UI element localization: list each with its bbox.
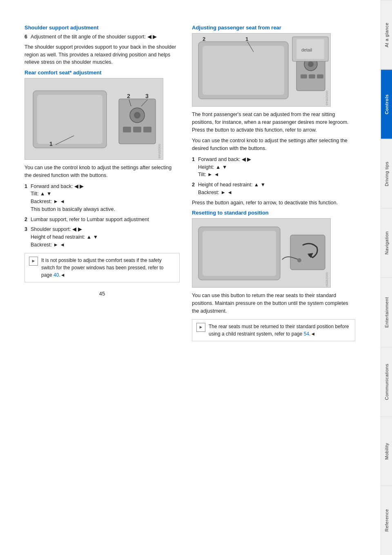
tab-navigation[interactable]: Navigation bbox=[381, 208, 392, 278]
right-note-text: The rear seats must be returned to their… bbox=[209, 323, 351, 338]
svg-point-5 bbox=[134, 112, 140, 119]
right-step-1-content: Forward and back: ◀ ▶ Height: ▲ ▼ Tilt: … bbox=[198, 156, 355, 179]
tab-mobility[interactable]: Mobility bbox=[381, 416, 392, 486]
reset-image: 00029550 bbox=[192, 218, 331, 288]
passenger-title: Adjusting passenger seat from rear bbox=[192, 25, 355, 31]
right-note-box: ► The rear seats must be returned to the… bbox=[192, 319, 355, 341]
reset-title: Resetting to standard position bbox=[192, 210, 355, 216]
shoulder-support-title: Shoulder support adjustment bbox=[24, 25, 180, 31]
left-step-2-num: 2 bbox=[24, 216, 27, 224]
tab-entertainment[interactable]: Entertainment bbox=[381, 278, 392, 347]
page-number: 45 bbox=[24, 291, 180, 297]
note-link[interactable]: 40 bbox=[53, 272, 59, 278]
left-step-1: 1 Forward and back: ◀ ▶ Tilt: ▲ ▼ Backre… bbox=[24, 183, 180, 213]
svg-rect-32 bbox=[203, 231, 276, 276]
sidebar-tabs: At a glance Controls Driving tips Naviga… bbox=[381, 0, 392, 555]
left-step-1-content: Forward and back: ◀ ▶ Tilt: ▲ ▼ Backrest… bbox=[31, 183, 180, 213]
svg-rect-17 bbox=[203, 46, 284, 95]
passenger-seat-svg: detail 2 1 bbox=[192, 34, 330, 106]
step-6-number: 6 bbox=[24, 33, 27, 41]
rear-seat-image: 1 2 3 00029548 bbox=[24, 78, 163, 160]
svg-rect-22 bbox=[309, 74, 315, 78]
svg-point-35 bbox=[297, 258, 301, 262]
right-column: Adjusting passenger seat from rear detai… bbox=[192, 25, 355, 539]
svg-text:2: 2 bbox=[203, 36, 205, 42]
rear-comfort-title: Rear comfort seat* adjustment bbox=[24, 69, 180, 76]
right-step-2: 2 Height of head restraint: ▲ ▼ Backrest… bbox=[192, 181, 355, 197]
note-text: It is not possible to adjust the comfort… bbox=[41, 257, 175, 279]
left-column: Shoulder support adjustment 6 Adjustment… bbox=[24, 25, 180, 539]
passenger-image-watermark: 00029549 bbox=[325, 91, 329, 105]
svg-text:2: 2 bbox=[127, 93, 130, 99]
reset-desc: You can use this button to return the re… bbox=[192, 292, 355, 315]
svg-point-20 bbox=[308, 61, 314, 67]
svg-text:3: 3 bbox=[145, 93, 149, 99]
left-note-box: ► It is not possible to adjust the comfo… bbox=[24, 253, 180, 282]
svg-rect-8 bbox=[143, 127, 151, 132]
reset-image-watermark: 00029550 bbox=[325, 272, 329, 287]
left-step-3-num: 3 bbox=[24, 226, 27, 248]
rear-desc: You can use the control knob to adjust t… bbox=[24, 164, 180, 179]
tab-driving-tips[interactable]: Driving tips bbox=[381, 139, 392, 208]
svg-rect-7 bbox=[133, 127, 141, 132]
right-step-2-content: Height of head restraint: ▲ ▼ Backrest: … bbox=[198, 181, 355, 197]
shoulder-desc: The shoulder support provides support to… bbox=[24, 43, 180, 66]
right-step-1-num: 1 bbox=[192, 156, 195, 179]
svg-rect-33 bbox=[290, 235, 325, 270]
right-note-icon: ► bbox=[196, 323, 205, 332]
svg-rect-23 bbox=[317, 74, 323, 78]
right-step-2-num: 2 bbox=[192, 181, 195, 197]
step-6-block: 6 Adjustment of the tilt angle of the sh… bbox=[24, 33, 180, 41]
right-step-1: 1 Forward and back: ◀ ▶ Height: ▲ ▼ Tilt… bbox=[192, 156, 355, 179]
left-step-1-num: 1 bbox=[24, 183, 27, 213]
reset-link[interactable]: 54 bbox=[304, 331, 309, 337]
rear-seat-svg: 1 2 3 bbox=[25, 78, 163, 159]
reset-svg bbox=[192, 219, 330, 287]
left-step-2: 2 Lumbar support, refer to Lumbar suppor… bbox=[24, 216, 180, 224]
passenger-seat-image: detail 2 1 00029549 bbox=[192, 33, 331, 107]
tab-reference[interactable]: Reference bbox=[381, 486, 392, 555]
note-icon: ► bbox=[29, 257, 38, 266]
svg-rect-21 bbox=[301, 74, 307, 78]
tab-communications[interactable]: Communications bbox=[381, 347, 392, 416]
left-step-3: 3 Shoulder support: ◀ ▶ Height of head r… bbox=[24, 226, 180, 248]
image-watermark: 00029548 bbox=[158, 144, 161, 159]
svg-text:1: 1 bbox=[245, 36, 248, 42]
step-6-text: Adjustment of the tilt angle of the shou… bbox=[31, 33, 180, 41]
press-note: Press the button again, refer to arrow, … bbox=[192, 199, 355, 207]
tab-controls[interactable]: Controls bbox=[381, 69, 392, 139]
tab-at-a-glance[interactable]: At a glance bbox=[381, 0, 392, 69]
passenger-desc-2: You can use the control knob to adjust t… bbox=[192, 137, 355, 152]
left-step-3-content: Shoulder support: ◀ ▶ Height of head res… bbox=[31, 226, 180, 248]
svg-text:detail: detail bbox=[301, 47, 312, 52]
svg-text:1: 1 bbox=[49, 141, 53, 147]
svg-rect-6 bbox=[123, 127, 131, 132]
passenger-desc-1: The front passenger's seat can be adjust… bbox=[192, 111, 355, 134]
left-step-2-content: Lumbar support, refer to Lumbar support … bbox=[31, 216, 180, 224]
svg-rect-2 bbox=[37, 95, 102, 144]
